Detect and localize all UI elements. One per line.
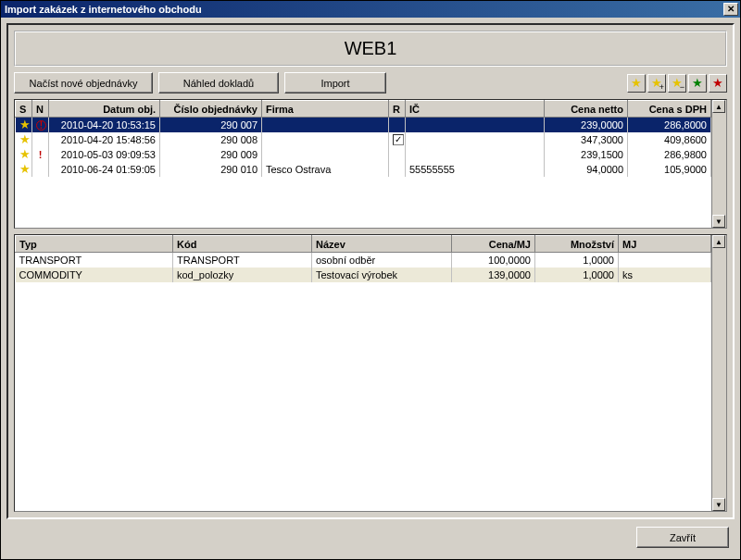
- col-mj[interactable]: MJ: [619, 236, 711, 253]
- shop-name: WEB1: [21, 38, 720, 59]
- col-nazev[interactable]: Název: [312, 236, 452, 253]
- close-icon: ✕: [727, 5, 735, 14]
- preview-docs-button[interactable]: Náhled dokladů: [158, 72, 279, 93]
- shop-name-frame: WEB1: [14, 31, 727, 67]
- cell-mnozstvi: 1,0000: [535, 268, 619, 282]
- bottom-bar: Zavřít: [6, 523, 735, 554]
- col-netto[interactable]: Cena netto: [545, 101, 628, 118]
- cell-dph: 286,9800: [628, 147, 711, 162]
- col-ico[interactable]: IČ: [406, 101, 545, 118]
- cell-cena: 100,0000: [452, 253, 535, 268]
- cell-kod: TRANSPORT: [173, 253, 312, 268]
- star-icon: ★: [631, 77, 642, 89]
- scroll-up-icon[interactable]: ▲: [712, 235, 725, 248]
- cell-n: [32, 162, 49, 177]
- cell-n: !: [32, 118, 49, 132]
- star-green-button[interactable]: ★: [688, 74, 707, 93]
- cell-ico: 55555555: [406, 162, 545, 177]
- orders-scrollbar[interactable]: ▲ ▼: [711, 100, 726, 228]
- cell-typ: TRANSPORT: [16, 253, 173, 268]
- cell-typ: COMMODITY: [16, 268, 173, 282]
- cell-r: [389, 147, 406, 162]
- col-typ[interactable]: Typ: [16, 236, 173, 253]
- cell-s: ★: [16, 162, 32, 177]
- star-icon: ★: [19, 118, 31, 131]
- window-close-button[interactable]: ✕: [723, 3, 738, 16]
- cell-firm: Tesco Ostrava: [262, 162, 389, 177]
- minus-icon: −: [680, 83, 684, 92]
- star-icon: ★: [19, 147, 31, 161]
- items-grid[interactable]: Typ Kód Název Cena/MJ Množství MJ TRANSP…: [14, 234, 727, 512]
- cell-s: ★: [16, 147, 32, 162]
- col-n[interactable]: N: [32, 101, 49, 118]
- star-minus-button[interactable]: ★ −: [668, 74, 686, 93]
- checkbox-icon[interactable]: ✓: [393, 134, 404, 145]
- cell-nazev: osobní odběr: [312, 253, 452, 268]
- table-row[interactable]: ★!2010-05-03 09:09:53290 009239,1500286,…: [16, 147, 711, 162]
- cell-nazev: Testovací výrobek: [312, 268, 452, 282]
- cell-number: 290 007: [160, 118, 262, 132]
- scroll-up-icon[interactable]: ▲: [712, 100, 725, 113]
- main-buttons: Načíst nové objednávky Náhled dokladů Im…: [14, 72, 386, 93]
- cell-ico: [406, 118, 545, 132]
- warning-icon: !: [39, 149, 43, 160]
- col-cena[interactable]: Cena/MJ: [452, 236, 535, 253]
- star-tool-buttons: ★ ★ + ★ − ★ ★: [627, 74, 727, 93]
- cell-date: 2010-04-20 15:48:56: [49, 132, 160, 147]
- col-r[interactable]: R: [389, 101, 406, 118]
- star-icon: ★: [19, 162, 31, 176]
- warning-icon: !: [36, 120, 46, 131]
- cell-mj: ks: [619, 268, 711, 282]
- cell-firm: [262, 147, 389, 162]
- cell-firm: [262, 118, 389, 132]
- cell-ico: [406, 147, 545, 162]
- cell-dph: 286,8000: [628, 118, 711, 132]
- import-button[interactable]: Import: [284, 72, 386, 93]
- col-s[interactable]: S: [16, 101, 32, 118]
- items-table: Typ Kód Název Cena/MJ Množství MJ TRANSP…: [15, 235, 711, 282]
- items-scrollbar[interactable]: ▲ ▼: [711, 235, 726, 511]
- star-red-icon: ★: [712, 77, 723, 89]
- cell-mj: [619, 253, 711, 268]
- cell-number: 290 009: [160, 147, 262, 162]
- table-row[interactable]: TRANSPORTTRANSPORTosobní odběr100,00001,…: [16, 253, 711, 268]
- star-button-1[interactable]: ★: [627, 74, 646, 93]
- cell-kod: kod_polozky: [173, 268, 312, 282]
- cell-number: 290 010: [160, 162, 262, 177]
- col-mnozstvi[interactable]: Množství: [535, 236, 619, 253]
- cell-dph: 105,9000: [628, 162, 711, 177]
- table-row[interactable]: ★!2010-04-20 10:53:15290 007239,0000286,…: [16, 118, 711, 132]
- cell-cena: 139,0000: [452, 268, 535, 282]
- app-window: Import zakázek z internetového obchodu ✕…: [0, 0, 741, 560]
- table-row[interactable]: ★2010-06-24 01:59:05290 010Tesco Ostrava…: [16, 162, 711, 177]
- table-row[interactable]: ★2010-04-20 15:48:56290 008✓347,3000409,…: [16, 132, 711, 147]
- star-icon: ★: [19, 132, 31, 146]
- orders-grid[interactable]: S N Datum obj. Číslo objednávky Firma R …: [14, 99, 727, 229]
- star-red-button[interactable]: ★: [709, 74, 727, 93]
- scroll-down-icon[interactable]: ▼: [712, 215, 725, 228]
- star-plus-button[interactable]: ★ +: [647, 74, 666, 93]
- plus-icon: +: [659, 83, 664, 92]
- col-date[interactable]: Datum obj.: [49, 101, 160, 118]
- table-row[interactable]: COMMODITYkod_polozkyTestovací výrobek139…: [16, 268, 711, 282]
- load-orders-button[interactable]: Načíst nové objednávky: [14, 72, 153, 93]
- cell-n: [32, 132, 49, 147]
- toolbar: Načíst nové objednávky Náhled dokladů Im…: [14, 72, 727, 93]
- cell-date: 2010-04-20 10:53:15: [49, 118, 160, 132]
- cell-netto: 94,0000: [545, 162, 628, 177]
- col-number[interactable]: Číslo objednávky: [160, 101, 262, 118]
- star-green-icon: ★: [692, 77, 703, 89]
- orders-table: S N Datum obj. Číslo objednávky Firma R …: [15, 100, 711, 177]
- items-header-row: Typ Kód Název Cena/MJ Množství MJ: [16, 236, 711, 253]
- cell-s: ★: [16, 132, 32, 147]
- cell-r: [389, 162, 406, 177]
- cell-r: ✓: [389, 132, 406, 147]
- main-panel: WEB1 Načíst nové objednávky Náhled dokla…: [6, 23, 735, 519]
- cell-dph: 409,8600: [628, 132, 711, 147]
- col-dph[interactable]: Cena s DPH: [628, 101, 711, 118]
- cell-s: ★: [16, 118, 32, 132]
- close-button[interactable]: Zavřít: [636, 527, 729, 548]
- scroll-down-icon[interactable]: ▼: [712, 498, 725, 511]
- col-kod[interactable]: Kód: [173, 236, 312, 253]
- col-firm[interactable]: Firma: [262, 101, 389, 118]
